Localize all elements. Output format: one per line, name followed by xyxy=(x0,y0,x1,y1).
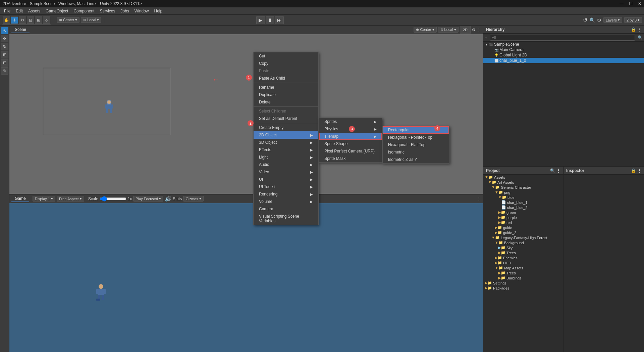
submenu-tilemap[interactable]: Tilemap ▶ xyxy=(319,133,382,140)
tree-packages[interactable]: ▶📁 Packages xyxy=(483,285,563,291)
ctx-cut[interactable]: Cut xyxy=(254,52,318,60)
search-icon[interactable]: 🔍 xyxy=(589,17,595,23)
menu-component[interactable]: Component xyxy=(71,8,97,14)
menu-window[interactable]: Window xyxy=(132,8,152,14)
undo-icon[interactable]: ↺ xyxy=(583,17,587,23)
ctx-ui-toolkit[interactable]: UI Toolkit ▶ xyxy=(254,183,318,190)
scale-tool[interactable]: ⊡ xyxy=(27,16,34,24)
transform-tool[interactable]: ⊹ xyxy=(43,16,50,24)
rect2-tool[interactable]: ⊞ xyxy=(1,51,8,58)
tree-purple[interactable]: ▶📁 purple xyxy=(483,215,563,220)
tree-settings[interactable]: ▶📁 Settings xyxy=(483,280,563,285)
scale-slider[interactable] xyxy=(100,196,126,202)
plus-icon[interactable]: + xyxy=(485,35,487,40)
tree-png[interactable]: ▼📁 png xyxy=(483,190,563,195)
center-dropdown[interactable]: ⊕ Center ▾ xyxy=(57,17,79,23)
game-tab[interactable]: Game xyxy=(11,195,29,202)
brush-tool[interactable]: ✎ xyxy=(1,67,8,75)
menu-edit[interactable]: Edit xyxy=(13,8,25,14)
submenu-sprite-mask[interactable]: Sprite Mask xyxy=(319,155,382,162)
hand-tool[interactable]: ✋ xyxy=(3,16,10,24)
rect-tool[interactable]: ⊞ xyxy=(35,16,42,24)
tree-guide[interactable]: ▶📁 guide xyxy=(483,225,563,230)
stats-btn[interactable]: Stats xyxy=(173,196,182,201)
search-icon2[interactable]: 🔍 xyxy=(638,35,643,40)
tree-buildings[interactable]: ▶📁 Buildings xyxy=(483,275,563,280)
submenu-hex-flat[interactable]: Hexagonal - Flat-Top xyxy=(383,141,449,148)
ctx-3d-object[interactable]: 3D Object ▶ xyxy=(254,139,318,146)
ctx-2d-object[interactable]: 2D Object ▶ xyxy=(254,131,318,139)
ctx-duplicate[interactable]: Duplicate xyxy=(254,91,318,98)
tree-trees[interactable]: ▶📁 Trees xyxy=(483,250,563,255)
ctx-camera[interactable]: Camera xyxy=(254,205,318,213)
inspector-more-icon[interactable]: ⋮ xyxy=(637,168,641,173)
display-dropdown[interactable]: Display 1▾ xyxy=(33,196,55,202)
tree-art-assets[interactable]: ▼📁 Art Assets xyxy=(483,180,563,185)
speaker-icon[interactable]: 🔊 xyxy=(165,195,171,202)
tree-sky[interactable]: ▶📁 Sky xyxy=(483,245,563,250)
inspector-lock-icon[interactable]: 🔒 xyxy=(631,168,636,173)
hierarchy-item-globallight[interactable]: 💡 Global Light 2D xyxy=(483,52,644,58)
menu-help[interactable]: Help xyxy=(152,8,165,14)
grid-tool[interactable]: ⊟ xyxy=(1,59,8,67)
menu-jobs[interactable]: Jobs xyxy=(118,8,131,14)
scene-tab[interactable]: Scene xyxy=(11,27,30,33)
ctx-rename[interactable]: Rename xyxy=(254,84,318,91)
move2-tool[interactable]: ✛ xyxy=(1,35,8,42)
ctx-ui[interactable]: UI ▶ xyxy=(254,176,318,183)
settings-icon[interactable]: ⚙ xyxy=(597,17,601,23)
hierarchy-item-maincamera[interactable]: 📷 Main Camera xyxy=(483,47,644,52)
layers-dropdown[interactable]: Layers ▾ xyxy=(603,17,622,23)
submenu-isometric-z[interactable]: Isometric Z as Y xyxy=(383,156,449,163)
2d-btn[interactable]: 2D xyxy=(460,26,471,34)
hierarchy-lock-icon[interactable]: 🔒 xyxy=(631,27,636,32)
tree-guide2[interactable]: ▶📁 guide_2 xyxy=(483,230,563,235)
tree-trees2[interactable]: ▶📁 Trees xyxy=(483,270,563,275)
rotate2-tool[interactable]: ↻ xyxy=(1,43,8,50)
menu-services[interactable]: Services xyxy=(97,8,118,14)
step-button[interactable]: ⏭ xyxy=(275,16,284,24)
ctx-paste-as-child[interactable]: Paste As Child xyxy=(254,75,318,82)
minimize-btn[interactable]: — xyxy=(620,1,624,6)
ctx-rendering[interactable]: Rendering ▶ xyxy=(254,190,318,198)
tree-red[interactable]: ▶📁 red xyxy=(483,220,563,225)
tree-charblue1[interactable]: 📄 char_blue_1 xyxy=(483,200,563,205)
tree-green[interactable]: ▶📁 green xyxy=(483,210,563,215)
menu-file[interactable]: File xyxy=(1,8,13,14)
tree-legacy[interactable]: ▼📁 Legacy-Fantasy-High Forest xyxy=(483,235,563,240)
project-more-icon[interactable]: ⋮ xyxy=(556,168,560,173)
close-btn[interactable]: ✕ xyxy=(638,1,641,6)
local-dropdown[interactable]: ⊕ Local ▾ xyxy=(81,17,101,23)
submenu-hex-pointed[interactable]: Hexagonal - Pointed-Top xyxy=(383,134,449,141)
ctx-set-default-parent[interactable]: Set as Default Parent xyxy=(254,115,318,122)
tree-mapassets[interactable]: ▼📁 Map Assets xyxy=(483,265,563,270)
hierarchy-item-charblue[interactable]: ⬜ char_blue_1_0 xyxy=(483,58,644,63)
ctx-volume[interactable]: Volume ▶ xyxy=(254,198,318,205)
scene-settings-icon[interactable]: ⚙ xyxy=(472,28,476,32)
ctx-copy[interactable]: Copy xyxy=(254,60,318,67)
tree-enemies[interactable]: ▶📁 Enemies xyxy=(483,255,563,260)
ctx-audio[interactable]: Audio ▶ xyxy=(254,161,318,168)
ctx-light[interactable]: Light ▶ xyxy=(254,153,318,161)
tree-charblue2[interactable]: 📄 char_blue_2 xyxy=(483,205,563,210)
hierarchy-more-icon[interactable]: ⋮ xyxy=(637,27,641,32)
cursor-tool[interactable]: ↖ xyxy=(1,27,8,34)
tree-blue[interactable]: ▼📁 blue xyxy=(483,195,563,200)
submenu-sprites[interactable]: Sprites ▶ xyxy=(319,118,382,125)
ctx-delete[interactable]: Delete xyxy=(254,98,318,106)
submenu-pixel-perfect[interactable]: Pixel Perfect Camera (URP) xyxy=(319,147,382,155)
rotate-tool[interactable]: ↻ xyxy=(19,16,26,24)
layout-dropdown[interactable]: 2 by 3 ▾ xyxy=(624,17,642,23)
menu-gameobject[interactable]: GameObject xyxy=(43,8,71,14)
ctx-visual-scripting[interactable]: Visual Scripting Scene Variables xyxy=(254,213,318,225)
tree-generic-char[interactable]: ▼📁 Generic-Character xyxy=(483,185,563,190)
ctx-video[interactable]: Video ▶ xyxy=(254,168,318,176)
menu-assets[interactable]: Assets xyxy=(25,8,43,14)
submenu-sprite-shape[interactable]: Sprite Shape xyxy=(319,140,382,147)
hierarchy-search[interactable] xyxy=(490,35,635,41)
submenu-isometric[interactable]: Isometric xyxy=(383,148,449,156)
maximize-btn[interactable]: ☐ xyxy=(629,1,633,6)
gizmos-dropdown[interactable]: Gizmos▾ xyxy=(183,196,203,202)
scene-more-icon[interactable]: ⋮ xyxy=(477,28,481,32)
tree-hud[interactable]: ▶📁 HUD xyxy=(483,260,563,265)
